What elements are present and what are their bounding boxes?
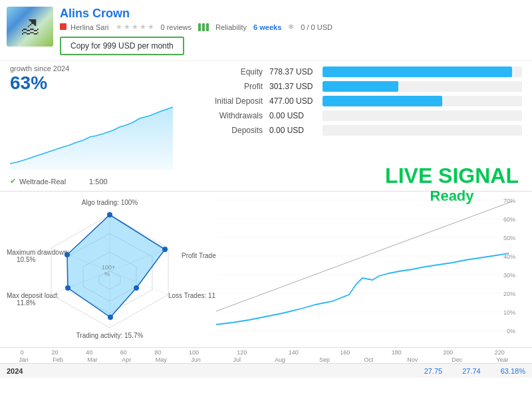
stat-bar-container bbox=[323, 81, 522, 92]
radar-label-left-top: Maximum drawdown: bbox=[7, 249, 69, 256]
stat-bar bbox=[323, 66, 512, 77]
month-labels-row: Jan Feb Mar Apr May Jun Jul Aug Sep Oct … bbox=[0, 356, 532, 363]
profile-info: Alins Crown Herlina Sari ★ ★ ★ ★ ★ 0 rev… bbox=[60, 7, 522, 55]
y-label: 30% bbox=[503, 272, 515, 279]
month-label: Year bbox=[496, 356, 508, 363]
bottom-val-1: 27.75 bbox=[424, 367, 443, 375]
y-label: 70% bbox=[503, 198, 515, 204]
month-label: Sep bbox=[319, 356, 330, 363]
y-label: 10% bbox=[503, 309, 515, 316]
weeks-badge: 6 weeks bbox=[253, 23, 281, 31]
month-label: Dec bbox=[452, 356, 462, 363]
star-icon: ★ bbox=[148, 23, 154, 31]
x-label: 180 bbox=[392, 349, 402, 356]
line-chart-section: 70% 60% 50% 40% 30% 20% 10% 0% bbox=[213, 192, 532, 347]
radar-label-top: Algo trading: 100% bbox=[82, 199, 138, 206]
x-label: 100 bbox=[189, 349, 199, 356]
author-name: Herlina Sari bbox=[70, 23, 108, 31]
bottom-data-row: 2024 27.75 27.74 63.18% bbox=[0, 363, 532, 378]
x-label: 20 bbox=[51, 349, 58, 356]
mini-chart bbox=[10, 97, 180, 170]
svg-text:10.5%: 10.5% bbox=[17, 256, 35, 263]
y-label: 50% bbox=[503, 235, 515, 241]
stat-bar bbox=[323, 81, 398, 92]
month-label: Mar bbox=[87, 356, 98, 363]
year-label: 2024 bbox=[7, 367, 23, 375]
x-label: 80 bbox=[154, 349, 161, 356]
stat-label: Equity bbox=[196, 67, 269, 76]
stat-value: 0.00 USD bbox=[269, 126, 323, 135]
month-label: Feb bbox=[53, 356, 63, 363]
x-label: 220 bbox=[495, 349, 505, 356]
star-icon: ★ bbox=[140, 23, 146, 31]
stat-row: Equity 778.37 USD bbox=[196, 66, 522, 77]
reliability-label: Reliability bbox=[215, 23, 247, 31]
rel-bar-icon bbox=[202, 23, 205, 31]
stat-bar bbox=[323, 96, 442, 106]
stat-label: Deposits bbox=[196, 126, 269, 135]
author-indicator: Herlina Sari bbox=[60, 23, 109, 31]
radar-point bbox=[65, 252, 70, 257]
growth-label: growth since 2024 bbox=[10, 65, 180, 72]
stat-label: Initial Deposit bbox=[196, 96, 269, 106]
month-label: Oct bbox=[364, 356, 373, 363]
star-icon: ★ bbox=[124, 23, 130, 31]
bottom-section: Algo trading: 100% Profit Trades: 88.8% … bbox=[0, 192, 532, 348]
stat-row: Deposits 0.00 USD bbox=[196, 125, 522, 136]
x-label: 60 bbox=[120, 349, 127, 356]
month-label: May bbox=[156, 356, 167, 363]
fund-value: 0 / 0 USD bbox=[301, 23, 332, 31]
svg-marker-9 bbox=[67, 215, 165, 317]
stat-value: 477.00 USD bbox=[269, 96, 323, 106]
svg-text:%: % bbox=[104, 271, 110, 277]
stat-bar-container bbox=[323, 96, 522, 106]
profile-meta: Herlina Sari ★ ★ ★ ★ ★ 0 reviews Reliabi… bbox=[60, 23, 522, 31]
x-label: 120 bbox=[237, 349, 247, 356]
radar-label-right-bottom: Loss Trades: 11.2% bbox=[168, 292, 216, 299]
y-label: 60% bbox=[503, 216, 515, 223]
live-signal-text: LIVE SIGNAL bbox=[385, 164, 519, 188]
radar-point bbox=[134, 285, 139, 291]
main-content: growth since 2024 63% ✔ Weltrade-Real bbox=[0, 61, 532, 191]
stat-bar-container bbox=[323, 125, 522, 136]
rel-bar-icon bbox=[206, 23, 209, 31]
radar-label-right-top: Profit Trades: 88.8% bbox=[182, 252, 216, 259]
stat-bar-container bbox=[323, 110, 522, 121]
rel-bar-icon bbox=[198, 23, 201, 31]
mini-chart-section: growth since 2024 63% ✔ Weltrade-Real bbox=[0, 61, 186, 191]
performance-line bbox=[216, 253, 509, 325]
bottom-val-2: 27.74 bbox=[462, 367, 481, 375]
star-rating: ★ ★ ★ ★ ★ bbox=[116, 23, 154, 31]
author-dot-icon bbox=[60, 23, 66, 30]
month-label: Apr bbox=[122, 356, 131, 363]
star-icon: ★ bbox=[132, 23, 138, 31]
radar-point bbox=[65, 285, 70, 291]
svg-text:100+: 100+ bbox=[102, 264, 115, 271]
svg-line-20 bbox=[216, 201, 512, 311]
reviews-count: 0 reviews bbox=[161, 23, 192, 31]
y-label: 0% bbox=[507, 328, 515, 334]
radar-section: Algo trading: 100% Profit Trades: 88.8% … bbox=[0, 192, 213, 347]
stat-label: Profit bbox=[196, 82, 269, 91]
broker-info: ✔ Weltrade-Real 1:500 bbox=[10, 177, 108, 186]
stat-value: 301.37 USD bbox=[269, 82, 323, 91]
month-label: Aug bbox=[275, 356, 285, 363]
bottom-val-3: 63.18% bbox=[501, 367, 525, 375]
radar-point bbox=[162, 247, 168, 252]
x-label: 200 bbox=[443, 349, 453, 356]
growth-percentage: 63% bbox=[10, 72, 180, 94]
month-label: Jun bbox=[191, 356, 201, 363]
stat-value: 0.00 USD bbox=[269, 111, 323, 120]
stat-row: Withdrawals 0.00 USD bbox=[196, 110, 522, 121]
x-label: 0 bbox=[21, 349, 24, 356]
month-label: Jan bbox=[19, 356, 29, 363]
radar-label-bottom: Trading activity: 15.7% bbox=[76, 332, 144, 339]
copy-button[interactable]: Copy for 999 USD per month bbox=[60, 37, 184, 55]
x-axis-row: 0 20 40 60 80 100 120 140 160 180 200 22… bbox=[0, 348, 532, 356]
radar-point bbox=[108, 315, 113, 320]
stat-row: Profit 301.37 USD bbox=[196, 81, 522, 92]
svg-text:11.8%: 11.8% bbox=[17, 299, 35, 307]
x-label: 40 bbox=[86, 349, 92, 356]
profile-name: Alins Crown bbox=[60, 7, 522, 21]
month-label: Nov bbox=[407, 356, 418, 363]
